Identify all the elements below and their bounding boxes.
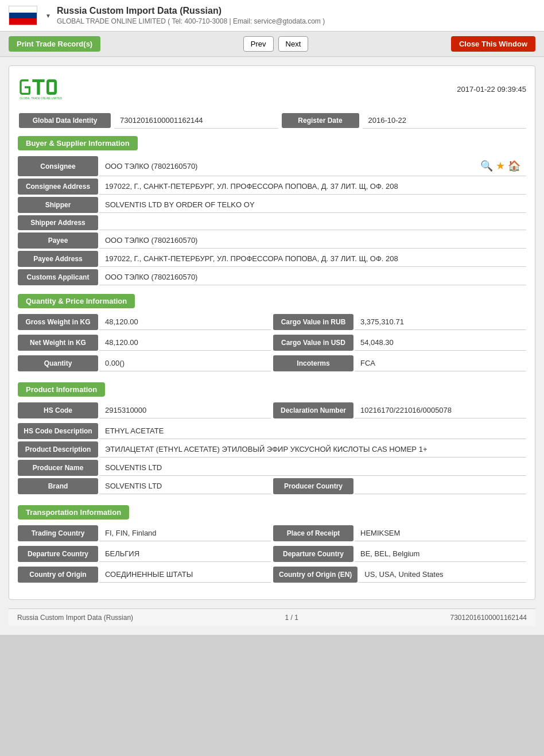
customs-applicant-label: Customs Applicant [18,269,98,285]
transportation-title: Transportation Information [18,505,129,519]
page-subtitle: GLOBAL TRADE ONLINE LIMITED ( Tel: 400-7… [57,17,535,25]
consignee-row: Consignee ООО ТЭЛКО (7802160570) 🔍 ★ 🏠 [18,156,526,176]
hs-code-label: HS Code [18,402,98,418]
hs-desc-label: HS Code Description [18,423,98,439]
title-block: Russia Custom Import Data (Russian) GLOB… [57,6,535,25]
producer-country-value [355,478,526,494]
card-header: GLOBAL TRADE ONLINE LIMITED 2017-01-22 0… [18,75,526,103]
hs-desc-row: HS Code Description ETHYL ACETATE [18,423,526,439]
flag-container [9,6,37,25]
customs-applicant-row: Customs Applicant ООО ТЭЛКО (7802160570) [18,269,526,285]
transportation-section: Transportation Information Trading Count… [18,505,526,585]
departure-row: Departure Country БЕЛЬГИЯ Departure Coun… [18,546,526,564]
product-desc-label: Product Description [18,441,98,458]
producer-country-row: Producer Country [273,478,526,494]
shipper-address-value [99,215,526,230]
quantity-price-title: Quantity & Price Information [18,294,135,308]
home-icon[interactable]: 🏠 [508,160,520,172]
country-of-origin-en-value: US, USA, United States [359,567,526,583]
brand-label: Brand [18,478,98,494]
producer-country-label: Producer Country [273,478,353,494]
shipper-value: SOLVENTIS LTD BY ORDER OF TELKO OY [99,197,526,213]
cargo-usd-row: Cargo Value in USD 54,048.30 [273,335,526,351]
register-date-label: Register Date [282,113,359,128]
russia-flag [9,6,37,25]
net-weight-label: Net Weight in KG [18,335,98,351]
place-of-receipt-value: HEMIKSEM [355,525,526,541]
departure-country-en-label: Departure Country [273,546,353,562]
place-of-receipt-label: Place of Receipt [273,525,353,541]
gross-weight-cargo-rub-row: Gross Weight in KG 48,120.00 Cargo Value… [18,314,526,332]
consignee-icons: 🔍 ★ 🏠 [480,160,520,172]
buyer-supplier-title: Buyer & Supplier Information [18,136,138,150]
close-button[interactable]: Close This Window [451,36,535,52]
cargo-rub-value: 3,375,310.71 [355,314,526,330]
consignee-value-row: ООО ТЭЛКО (7802160570) 🔍 ★ 🏠 [99,156,526,176]
footer-right: 73012016100001162144 [450,614,527,622]
main-card: GLOBAL TRADE ONLINE LIMITED 2017-01-22 0… [9,65,535,600]
trading-country-label: Trading Country [18,525,98,541]
cargo-usd-label: Cargo Value in USD [273,335,353,351]
hs-code-value: 2915310000 [99,402,271,418]
consignee-value: ООО ТЭЛКО (7802160570) [105,162,475,170]
footer-page: 1 / 1 [285,614,298,622]
consignee-address-row: Consignee Address 197022, Г., САНКТ-ПЕТЕ… [18,179,526,195]
payee-address-row: Payee Address 197022, Г., САНКТ-ПЕТЕРБУР… [18,251,526,267]
timestamp: 2017-01-22 09:39:45 [457,85,526,94]
trading-place-row: Trading Country FI, FIN, Finland Place o… [18,525,526,544]
departure-country-en-row: Departure Country BE, BEL, Belgium [273,546,526,562]
producer-name-row: Producer Name SOLVENTIS LTD [18,460,526,476]
origin-row: Country of Origin СОЕДИНЕННЫЕ ШТАТЫ Coun… [18,567,526,585]
buyer-supplier-section: Buyer & Supplier Information Consignee О… [18,136,526,285]
cargo-rub-label: Cargo Value in RUB [273,314,353,330]
departure-country-ru-label: Departure Country [18,546,98,562]
footer-left: Russia Custom Import Data (Russian) [17,614,133,622]
hs-desc-value: ETHYL ACETATE [99,423,526,439]
flag-dropdown[interactable]: ▼ [45,13,51,19]
country-of-origin-label: Country of Origin [18,567,98,583]
global-id-value: 73012016100001162144 [114,113,278,129]
global-id-label: Global Data Identity [19,113,111,128]
shipper-row: Shipper SOLVENTIS LTD BY ORDER OF TELKO … [18,197,526,213]
departure-country-ru-row: Departure Country БЕЛЬГИЯ [18,546,271,562]
brand-value: SOLVENTIS LTD [99,478,271,494]
place-of-receipt-row: Place of Receipt HEMIKSEM [273,525,526,541]
next-button[interactable]: Next [278,36,309,52]
brand-row: Brand SOLVENTIS LTD [18,478,271,494]
producer-name-label: Producer Name [18,460,98,476]
quantity-incoterms-row: Quantity 0.00() Incoterms FCA [18,355,526,374]
search-icon[interactable]: 🔍 [480,160,493,172]
payee-row: Payee ООО ТЭЛКО (7802160570) [18,232,526,249]
declaration-number-value: 10216170/221016/0005078 [355,402,526,418]
top-bar: ▼ Russia Custom Import Data (Russian) GL… [0,0,544,32]
quantity-price-section: Quantity & Price Information Gross Weigh… [18,294,526,374]
product-desc-value: ЭТИЛАЦЕТАТ (ETHYL ACETATE) ЭТИЛОВЫЙ ЭФИР… [99,441,526,458]
shipper-address-row: Shipper Address [18,215,526,230]
incoterms-label: Incoterms [273,355,353,371]
country-of-origin-row: Country of Origin СОЕДИНЕННЫЕ ШТАТЫ [18,567,271,583]
producer-name-value: SOLVENTIS LTD [99,460,526,476]
departure-country-en-value: BE, BEL, Belgium [355,546,526,562]
consignee-address-label: Consignee Address [18,179,98,195]
logo-area: GLOBAL TRADE ONLINE LIMITED [18,75,64,103]
product-desc-row: Product Description ЭТИЛАЦЕТАТ (ETHYL AC… [18,441,526,458]
hs-declaration-row: HS Code 2915310000 Declaration Number 10… [18,402,526,421]
register-date-value: 2016-10-22 [363,113,527,129]
trading-country-value: FI, FIN, Finland [99,525,271,541]
payee-value: ООО ТЭЛКО (7802160570) [99,232,526,249]
main-content: GLOBAL TRADE ONLINE LIMITED 2017-01-22 0… [0,57,544,635]
page-title: Russia Custom Import Data (Russian) [57,6,535,16]
quantity-row: Quantity 0.00() [18,355,271,371]
consignee-address-value: 197022, Г., САНКТ-ПЕТЕРБУРГ, УЛ. ПРОФЕСС… [99,179,526,195]
gross-weight-row: Gross Weight in KG 48,120.00 [18,314,271,330]
star-icon[interactable]: ★ [496,160,505,172]
departure-country-ru-value: БЕЛЬГИЯ [99,546,271,562]
trading-country-row: Trading Country FI, FIN, Finland [18,525,271,541]
prev-button[interactable]: Prev [243,36,274,52]
declaration-number-label: Declaration Number [273,402,353,418]
incoterms-row: Incoterms FCA [273,355,526,371]
shipper-label: Shipper [18,197,98,213]
quantity-value: 0.00() [99,355,271,371]
print-button[interactable]: Print Trade Record(s) [9,36,100,52]
country-of-origin-en-row: Country of Origin (EN) US, USA, United S… [273,567,526,583]
